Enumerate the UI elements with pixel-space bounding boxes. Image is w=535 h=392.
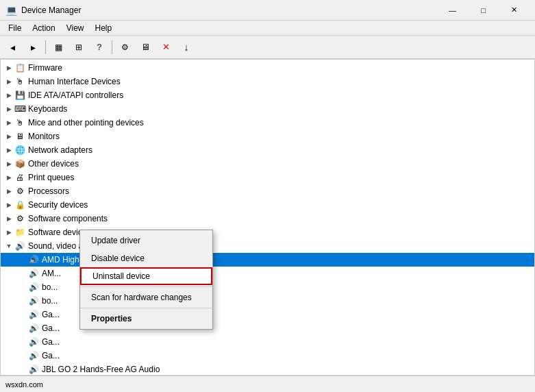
device-icon-bo1: 🔊 — [28, 282, 39, 293]
status-bar: wsxdn.com — [0, 376, 535, 392]
expand-icon-ga1 — [17, 309, 28, 320]
tree-item-software-components[interactable]: ▶⚙Software components — [1, 212, 534, 225]
context-uninstall-device[interactable]: Uninstall device — [80, 267, 212, 285]
maximize-button[interactable]: □ — [468, 0, 499, 21]
tree-item-jbl-go2-hands-free[interactable]: 🔊JBL GO 2 Hands-Free AG Audio — [1, 363, 534, 375]
toolbar-forward[interactable]: ▸ — [23, 38, 42, 56]
expand-icon-software-devices: ▶ — [3, 227, 14, 238]
window-title: Device Manager — [21, 5, 81, 15]
expand-icon-monitors: ▶ — [3, 131, 14, 142]
tree-label-keyboards: Keyboards — [28, 104, 67, 114]
app-icon: 💻 — [5, 5, 17, 16]
device-icon-software-components: ⚙ — [14, 213, 25, 224]
tree-item-ga4[interactable]: 🔊Ga... — [1, 349, 534, 363]
device-icon-ga3: 🔊 — [28, 336, 39, 347]
context-update-driver[interactable]: Update driver — [80, 232, 212, 249]
toolbar-sep2 — [112, 40, 112, 54]
minimize-button[interactable]: — — [437, 0, 468, 21]
context-separator — [80, 286, 212, 287]
toolbar-actions[interactable]: ⚙ — [115, 38, 134, 56]
device-icon-jbl-go2-hands-free: 🔊 — [28, 364, 39, 375]
device-icon-sound-video: 🔊 — [14, 241, 25, 252]
toolbar-update[interactable]: ⊞ — [69, 38, 88, 56]
tree-item-processors[interactable]: ▶⚙Processors — [1, 184, 534, 198]
tree-label-ga4: Ga... — [42, 351, 60, 360]
expand-icon-ide-ata: ▶ — [3, 90, 14, 101]
tree-item-monitors[interactable]: ▶🖥Monitors — [1, 130, 534, 143]
expand-icon-print-queues: ▶ — [3, 172, 14, 183]
context-disable-device[interactable]: Disable device — [80, 249, 212, 267]
context-separator2 — [80, 308, 212, 308]
toolbar-sep1 — [45, 40, 46, 54]
tree-label-processors: Processors — [28, 186, 69, 196]
context-menu: Update driver Disable device Uninstall d… — [79, 230, 213, 330]
context-properties[interactable]: Properties — [80, 310, 212, 328]
device-icon-ga4: 🔊 — [28, 350, 39, 361]
menu-action[interactable]: Action — [27, 22, 60, 34]
device-icon-amd-hd-audio: 🔊 — [28, 254, 39, 265]
tree-label-jbl-go2-hands-free: JBL GO 2 Hands-Free AG Audio — [42, 365, 160, 374]
expand-icon-keyboards: ▶ — [3, 103, 14, 114]
tree-item-security[interactable]: ▶🔒Security devices — [1, 198, 534, 212]
device-icon-network: 🌐 — [14, 145, 25, 156]
expand-icon-software-components: ▶ — [3, 213, 14, 224]
toolbar-download[interactable]: ↓ — [177, 38, 196, 56]
status-text: wsxdn.com — [5, 380, 43, 389]
menu-view[interactable]: View — [61, 22, 90, 34]
tree-label-ga3: Ga... — [42, 337, 60, 347]
device-icon-security: 🔒 — [14, 199, 25, 210]
expand-icon-mice: ▶ — [3, 117, 14, 128]
expand-icon-am1 — [17, 268, 28, 279]
tree-item-print-queues[interactable]: ▶🖨Print queues — [1, 171, 534, 184]
toolbar: ◂ ▸ ▦ ⊞ ? ⚙ 🖥 ✕ ↓ — [0, 36, 535, 59]
title-bar-left: 💻 Device Manager — [5, 5, 81, 16]
toolbar-help[interactable]: ? — [90, 38, 109, 56]
device-icon-ga1: 🔊 — [28, 309, 39, 320]
device-icon-processors: ⚙ — [14, 186, 25, 197]
expand-icon-ga4 — [17, 350, 28, 361]
expand-icon-firmware: ▶ — [3, 62, 14, 73]
expand-icon-ga2 — [17, 323, 28, 334]
toolbar-remove[interactable]: ✕ — [156, 38, 175, 56]
title-bar: 💻 Device Manager — □ ✕ — [0, 0, 535, 21]
tree-label-human-interface: Human Interface Devices — [28, 77, 121, 86]
tree-item-keyboards[interactable]: ▶⌨Keyboards — [1, 102, 534, 116]
toolbar-back[interactable]: ◂ — [3, 38, 22, 56]
close-button[interactable]: ✕ — [499, 0, 530, 21]
expand-icon-sound-video: ▼ — [3, 241, 14, 252]
tree-item-human-interface[interactable]: ▶🖱Human Interface Devices — [1, 75, 534, 88]
device-icon-ide-ata: 💾 — [14, 90, 25, 101]
menu-bar: File Action View Help — [0, 21, 535, 36]
device-icon-monitors: 🖥 — [14, 131, 25, 142]
context-scan-hardware[interactable]: Scan for hardware changes — [80, 289, 212, 306]
device-icon-ga2: 🔊 — [28, 323, 39, 334]
expand-icon-processors: ▶ — [3, 186, 14, 197]
tree-label-other: Other devices — [28, 159, 79, 169]
device-icon-firmware: 📋 — [14, 62, 25, 73]
tree-item-other[interactable]: ▶📦Other devices — [1, 157, 534, 171]
tree-label-print-queues: Print queues — [28, 173, 74, 182]
menu-file[interactable]: File — [3, 22, 27, 34]
expand-icon-bo2 — [17, 295, 28, 306]
expand-icon-bo1 — [17, 282, 28, 293]
device-icon-print-queues: 🖨 — [14, 172, 25, 183]
device-icon-bo2: 🔊 — [28, 295, 39, 306]
menu-help[interactable]: Help — [90, 22, 118, 34]
tree-item-firmware[interactable]: ▶📋Firmware — [1, 61, 534, 75]
expand-icon-security: ▶ — [3, 199, 14, 210]
tree-item-network[interactable]: ▶🌐Network adapters — [1, 143, 534, 157]
expand-icon-network: ▶ — [3, 145, 14, 156]
tree-item-ga3[interactable]: 🔊Ga... — [1, 335, 534, 349]
expand-icon-other: ▶ — [3, 158, 14, 169]
toolbar-properties[interactable]: ▦ — [49, 38, 68, 56]
tree-label-bo2: bo... — [42, 296, 58, 306]
main-window: ▶📋Firmware▶🖱Human Interface Devices▶💾IDE… — [0, 59, 535, 376]
device-icon-human-interface: 🖱 — [14, 76, 25, 87]
tree-label-am1: AM... — [42, 269, 61, 278]
toolbar-scan[interactable]: 🖥 — [136, 38, 155, 56]
device-icon-mice: 🖱 — [14, 117, 25, 128]
tree-item-ide-ata[interactable]: ▶💾IDE ATA/ATAPI controllers — [1, 88, 534, 102]
tree-item-mice[interactable]: ▶🖱Mice and other pointing devices — [1, 116, 534, 130]
device-icon-other: 📦 — [14, 158, 25, 169]
expand-icon-amd-hd-audio — [17, 254, 28, 265]
